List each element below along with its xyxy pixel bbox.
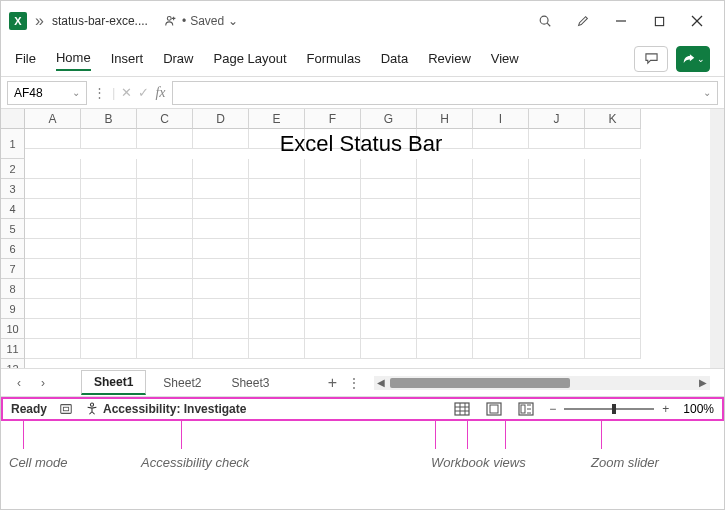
confirm-check-icon[interactable]: ✓: [138, 85, 149, 100]
sheet-next-icon[interactable]: ›: [33, 373, 53, 393]
fx-icon[interactable]: fx: [155, 85, 165, 101]
tab-data[interactable]: Data: [381, 47, 408, 70]
sheet-tab[interactable]: Sheet1: [81, 370, 146, 395]
zoom-out-button[interactable]: −: [549, 402, 556, 416]
menu-dots-icon[interactable]: ⋮: [93, 85, 106, 100]
tab-home[interactable]: Home: [56, 46, 91, 71]
row-header[interactable]: 4: [1, 199, 25, 219]
cell-mode-indicator[interactable]: Ready: [11, 402, 47, 416]
svg-point-1: [540, 16, 548, 24]
row-headers: 1 2 3 4 5 6 7 8 9 10 11 12: [1, 129, 25, 369]
saved-chevron-icon: ⌄: [228, 14, 238, 28]
add-sheet-button[interactable]: +: [320, 374, 344, 392]
col-header[interactable]: C: [137, 109, 193, 129]
row-header[interactable]: 2: [1, 159, 25, 179]
col-header[interactable]: K: [585, 109, 641, 129]
scroll-left-icon[interactable]: ◀: [374, 377, 388, 388]
cancel-x-icon[interactable]: ✕: [121, 85, 132, 100]
zoom-thumb[interactable]: [612, 404, 616, 414]
col-header[interactable]: D: [193, 109, 249, 129]
svg-line-2: [547, 23, 550, 26]
search-icon[interactable]: [526, 2, 564, 40]
col-header[interactable]: F: [305, 109, 361, 129]
qat-chevron-icon[interactable]: »: [35, 12, 44, 30]
formula-input[interactable]: ⌄: [172, 81, 719, 105]
col-header[interactable]: H: [417, 109, 473, 129]
sheet-tab-bar: ‹ › Sheet1 Sheet2 Sheet3 + ⋮ ◀ ▶: [1, 369, 724, 397]
callout-accessibility: Accessibility check: [141, 455, 249, 470]
horizontal-scrollbar[interactable]: ◀ ▶: [374, 376, 710, 390]
col-header[interactable]: G: [361, 109, 417, 129]
comments-button[interactable]: [634, 46, 668, 72]
ribbon-tabs: File Home Insert Draw Page Layout Formul…: [1, 41, 724, 77]
tab-draw[interactable]: Draw: [163, 47, 193, 70]
col-header[interactable]: B: [81, 109, 137, 129]
callout-cell-mode: Cell mode: [9, 455, 68, 470]
tab-view[interactable]: View: [491, 47, 519, 70]
row-header[interactable]: 6: [1, 239, 25, 259]
scroll-right-icon[interactable]: ▶: [696, 377, 710, 388]
scroll-thumb[interactable]: [390, 378, 570, 388]
saved-label: Saved: [190, 14, 224, 28]
tab-file[interactable]: File: [15, 47, 36, 70]
svg-point-9: [90, 403, 93, 406]
row-header[interactable]: 10: [1, 319, 25, 339]
sheet-tab[interactable]: Sheet2: [150, 371, 214, 395]
accessibility-label: Accessibility: Investigate: [103, 402, 246, 416]
share-person-icon: [164, 14, 178, 28]
cells[interactable]: [25, 129, 641, 359]
tab-page-layout[interactable]: Page Layout: [214, 47, 287, 70]
name-box[interactable]: AF48 ⌄: [7, 81, 87, 105]
col-header[interactable]: E: [249, 109, 305, 129]
svg-rect-8: [63, 407, 68, 411]
accessibility-icon: [85, 402, 99, 416]
normal-view-icon[interactable]: [453, 401, 471, 417]
tab-formulas[interactable]: Formulas: [307, 47, 361, 70]
zoom-track[interactable]: [564, 408, 654, 410]
svg-rect-10: [455, 403, 469, 415]
row-header[interactable]: 3: [1, 179, 25, 199]
zoom-in-button[interactable]: +: [662, 402, 669, 416]
row-header[interactable]: 1: [1, 129, 25, 159]
tab-insert[interactable]: Insert: [111, 47, 144, 70]
document-filename[interactable]: status-bar-exce....: [52, 14, 148, 28]
tab-review[interactable]: Review: [428, 47, 471, 70]
zoom-value[interactable]: 100%: [683, 402, 714, 416]
row-header[interactable]: 12: [1, 359, 25, 369]
callout-zoom-slider: Zoom slider: [591, 455, 659, 470]
close-icon[interactable]: [678, 2, 716, 40]
select-all-corner[interactable]: [1, 109, 25, 129]
page-layout-view-icon[interactable]: [485, 401, 503, 417]
sheet-prev-icon[interactable]: ‹: [9, 373, 29, 393]
annotations: Cell mode Accessibility check Workbook v…: [1, 421, 724, 481]
excel-app-icon[interactable]: X: [9, 12, 27, 30]
row-header[interactable]: 7: [1, 259, 25, 279]
spreadsheet-grid[interactable]: A B C D E F G H I J K 1 2 3 4 5 6 7 8 9 …: [1, 109, 724, 369]
row-header[interactable]: 9: [1, 299, 25, 319]
svg-rect-16: [490, 405, 498, 413]
vertical-scrollbar[interactable]: [710, 109, 724, 369]
formula-bar: AF48 ⌄ ⋮ | ✕ ✓ fx ⌄: [1, 77, 724, 109]
col-header[interactable]: A: [25, 109, 81, 129]
macro-record-icon[interactable]: [59, 402, 73, 416]
chevron-down-icon: ⌄: [72, 87, 80, 98]
col-header[interactable]: I: [473, 109, 529, 129]
sheet-menu-icon[interactable]: ⋮: [348, 376, 364, 390]
row-header[interactable]: 5: [1, 219, 25, 239]
minimize-icon[interactable]: [602, 2, 640, 40]
row-header[interactable]: 8: [1, 279, 25, 299]
row-header[interactable]: 11: [1, 339, 25, 359]
col-header[interactable]: J: [529, 109, 585, 129]
callout-workbook-views: Workbook views: [431, 455, 526, 470]
title-bar: X » status-bar-exce.... • Saved ⌄: [1, 1, 724, 41]
zoom-slider[interactable]: − +: [549, 402, 669, 416]
share-button[interactable]: ⌄: [676, 46, 710, 72]
page-break-view-icon[interactable]: [517, 401, 535, 417]
maximize-icon[interactable]: [640, 2, 678, 40]
accessibility-status[interactable]: Accessibility: Investigate: [85, 402, 246, 416]
name-box-value: AF48: [14, 86, 43, 100]
status-bar: Ready Accessibility: Investigate − + 100…: [1, 397, 724, 421]
pen-icon[interactable]: [564, 2, 602, 40]
sheet-tab[interactable]: Sheet3: [218, 371, 282, 395]
autosave-status[interactable]: • Saved ⌄: [164, 14, 238, 28]
